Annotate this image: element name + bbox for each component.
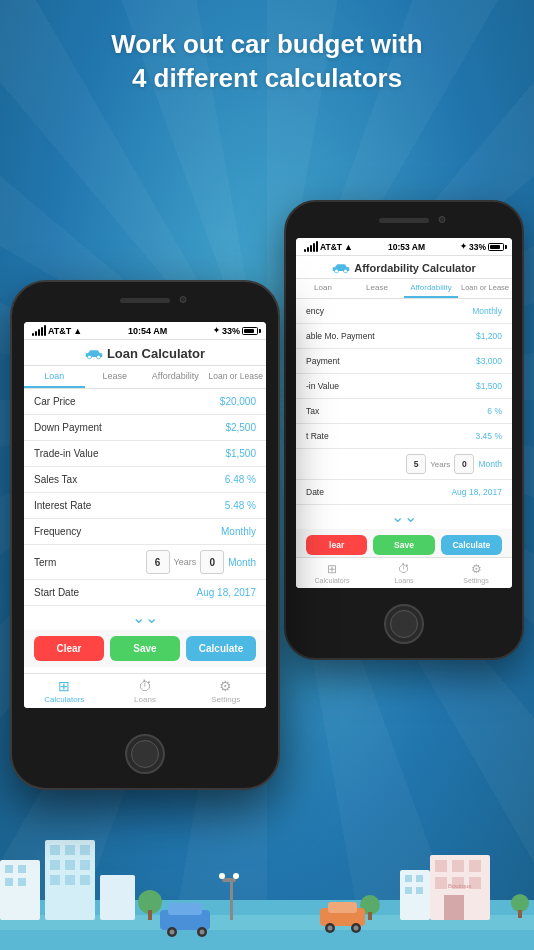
- svg-rect-26: [416, 887, 423, 894]
- tab-lease-back[interactable]: Lease: [350, 279, 404, 298]
- tab-loan-front[interactable]: Loan: [24, 366, 85, 388]
- chevron-down-icon-back: ⌄⌄: [391, 509, 417, 525]
- chevron-back[interactable]: ⌄⌄: [296, 505, 512, 529]
- years-spinner-back[interactable]: 5: [406, 454, 426, 474]
- home-button-front[interactable]: [125, 734, 165, 774]
- speaker-back: [379, 218, 429, 223]
- btn-row-front: Clear Save Calculate: [24, 630, 266, 667]
- nav-loans-back[interactable]: ⏱ Loans: [368, 562, 440, 584]
- svg-rect-17: [80, 860, 90, 870]
- settings-icon-front: ⚙: [219, 678, 232, 694]
- svg-rect-39: [368, 912, 372, 920]
- bottom-nav-back: ⊞ Calculators ⏱ Loans ⚙ Settings: [296, 557, 512, 588]
- clear-button-front[interactable]: Clear: [34, 636, 104, 661]
- svg-point-0: [335, 270, 338, 273]
- nav-loans-front[interactable]: ⏱ Loans: [105, 678, 186, 704]
- tab-lease-front[interactable]: Lease: [85, 366, 146, 388]
- row-tradein-front: Trade-in Value $1,500: [24, 441, 266, 467]
- save-button-back[interactable]: Save: [373, 535, 434, 555]
- term-row-back: 5 Years 0 Month: [296, 449, 512, 480]
- months-spinner-back[interactable]: 0: [454, 454, 474, 474]
- wifi-back: ▲: [344, 242, 353, 252]
- calculate-button-back[interactable]: Calculate: [441, 535, 502, 555]
- tab-affordability-front[interactable]: Affordability: [145, 366, 206, 388]
- svg-point-53: [354, 926, 359, 931]
- svg-point-47: [200, 930, 205, 935]
- svg-point-56: [219, 873, 225, 879]
- tab-loan-lease-front[interactable]: Loan or Lease: [206, 366, 267, 388]
- svg-rect-16: [65, 860, 75, 870]
- phone-back: AT&T ▲ 10:53 AM ✦ 33% Affordability Ca: [284, 200, 524, 660]
- svg-point-40: [511, 894, 529, 912]
- tab-loan-lease-back[interactable]: Loan or Lease: [458, 279, 512, 298]
- nav-settings-back[interactable]: ⚙ Settings: [440, 562, 512, 584]
- carrier-back: AT&T: [320, 242, 342, 252]
- svg-rect-21: [100, 875, 135, 920]
- svg-rect-22: [400, 870, 430, 920]
- row-tradein-back: -in Value $1,500: [296, 374, 512, 399]
- signal-back: [304, 241, 318, 252]
- spinner-group-back[interactable]: 5 Years 0 Month: [406, 454, 502, 474]
- chevron-front[interactable]: ⌄⌄: [24, 606, 266, 630]
- svg-rect-54: [230, 880, 233, 920]
- years-spinner-front[interactable]: 6: [146, 550, 170, 574]
- svg-rect-30: [469, 860, 481, 872]
- loans-icon-front: ⏱: [138, 678, 152, 694]
- svg-rect-29: [452, 860, 464, 872]
- months-spinner-front[interactable]: 0: [200, 550, 224, 574]
- calculate-button-front[interactable]: Calculate: [186, 636, 256, 661]
- svg-rect-13: [65, 845, 75, 855]
- svg-rect-19: [65, 875, 75, 885]
- svg-rect-43: [168, 903, 202, 915]
- home-button-back[interactable]: [384, 604, 424, 644]
- status-right-front: ✦ 33%: [213, 326, 258, 336]
- chevron-down-icon-front: ⌄⌄: [132, 610, 158, 626]
- app-title-front: Loan Calculator: [24, 346, 266, 361]
- svg-rect-37: [148, 910, 152, 920]
- svg-rect-14: [80, 845, 90, 855]
- svg-rect-28: [435, 860, 447, 872]
- signal-front: [32, 325, 46, 336]
- app-header-back: Affordability Calculator: [296, 256, 512, 279]
- title-text-front: Loan Calculator: [107, 346, 205, 361]
- carrier-front: AT&T: [48, 326, 71, 336]
- svg-point-1: [344, 270, 347, 273]
- save-button-front[interactable]: Save: [110, 636, 180, 661]
- headline: Work out car budget with 4 different cal…: [0, 28, 534, 96]
- row-salestax-front: Sales Tax 6.48 %: [24, 467, 266, 493]
- svg-rect-34: [444, 895, 464, 920]
- nav-calculators-front[interactable]: ⊞ Calculators: [24, 678, 105, 704]
- tab-bar-back[interactable]: Loan Lease Affordability Loan or Lease: [296, 279, 512, 299]
- svg-point-57: [233, 873, 239, 879]
- settings-icon-back: ⚙: [471, 562, 482, 576]
- calculator-icon-front: ⊞: [58, 678, 70, 694]
- tab-loan-back[interactable]: Loan: [296, 279, 350, 298]
- nav-settings-front[interactable]: ⚙ Settings: [185, 678, 266, 704]
- loans-icon-back: ⏱: [398, 562, 410, 576]
- status-right-back: ✦ 33%: [460, 242, 504, 252]
- row-date-back: Date Aug 18, 2017: [296, 480, 512, 505]
- time-front: 10:54 AM: [128, 326, 167, 336]
- svg-point-45: [170, 930, 175, 935]
- time-back: 10:53 AM: [388, 242, 425, 252]
- screen-back: AT&T ▲ 10:53 AM ✦ 33% Affordability Ca: [296, 238, 512, 588]
- nav-calculators-back[interactable]: ⊞ Calculators: [296, 562, 368, 584]
- spinner-group-front[interactable]: 6 Years 0 Month: [146, 550, 256, 574]
- bt-back: ✦: [460, 242, 467, 251]
- tab-affordability-back[interactable]: Affordability: [404, 279, 458, 298]
- svg-rect-20: [80, 875, 90, 885]
- bt-front: ✦: [213, 326, 220, 335]
- bottom-nav-front: ⊞ Calculators ⏱ Loans ⚙ Settings: [24, 673, 266, 708]
- svg-rect-8: [18, 865, 26, 873]
- tab-bar-front[interactable]: Loan Lease Affordability Loan or Lease: [24, 366, 266, 389]
- phone-front: AT&T ▲ 10:54 AM ✦ 33% Loan Calculator: [10, 280, 280, 790]
- row-frequency-back: ency Monthly: [296, 299, 512, 324]
- clear-button-back[interactable]: lear: [306, 535, 367, 555]
- content-front: Car Price $20,000 Down Payment $2,500 Tr…: [24, 389, 266, 708]
- row-interestrate-front: Interest Rate 5.48 %: [24, 493, 266, 519]
- svg-rect-9: [5, 878, 13, 886]
- headline-line1: Work out car budget with: [20, 28, 514, 62]
- row-down-back: Payment $3,000: [296, 349, 512, 374]
- status-bar-back: AT&T ▲ 10:53 AM ✦ 33%: [296, 238, 512, 256]
- screen-front: AT&T ▲ 10:54 AM ✦ 33% Loan Calculator: [24, 322, 266, 708]
